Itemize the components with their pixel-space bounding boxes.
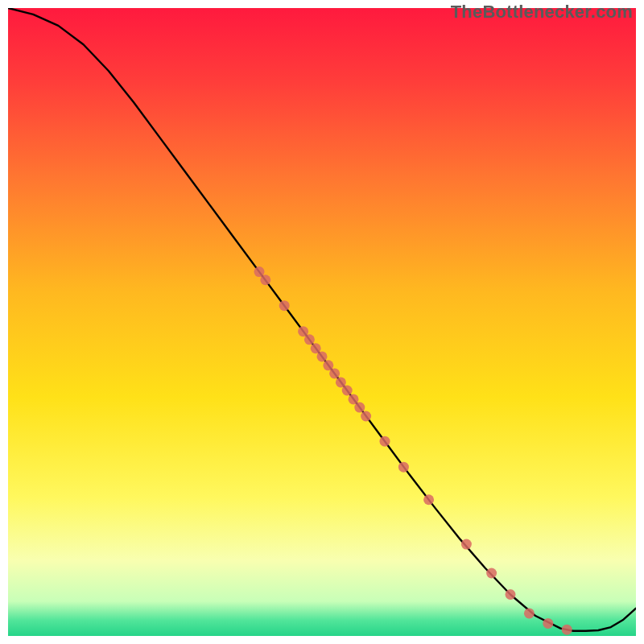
svg-point-7 bbox=[317, 351, 328, 361]
svg-point-19 bbox=[486, 568, 497, 579]
svg-point-17 bbox=[423, 494, 434, 505]
svg-point-14 bbox=[361, 411, 371, 422]
svg-point-11 bbox=[342, 386, 353, 396]
watermark-text: TheBottlenecker.com bbox=[451, 2, 633, 23]
svg-point-5 bbox=[304, 334, 315, 345]
svg-point-15 bbox=[380, 436, 390, 447]
svg-point-20 bbox=[506, 589, 516, 600]
chart-overlay bbox=[8, 8, 636, 636]
svg-point-22 bbox=[543, 618, 553, 629]
svg-point-16 bbox=[398, 462, 409, 473]
svg-point-21 bbox=[524, 608, 535, 618]
svg-point-23 bbox=[562, 625, 572, 635]
curve-line bbox=[8, 8, 636, 631]
svg-point-2 bbox=[260, 275, 270, 285]
data-markers bbox=[254, 266, 572, 635]
svg-point-18 bbox=[461, 539, 472, 550]
svg-point-13 bbox=[354, 402, 365, 413]
plot-area bbox=[8, 8, 636, 636]
svg-point-9 bbox=[329, 368, 340, 378]
svg-point-3 bbox=[279, 300, 290, 311]
chart-container: TheBottlenecker.com bbox=[0, 0, 644, 644]
